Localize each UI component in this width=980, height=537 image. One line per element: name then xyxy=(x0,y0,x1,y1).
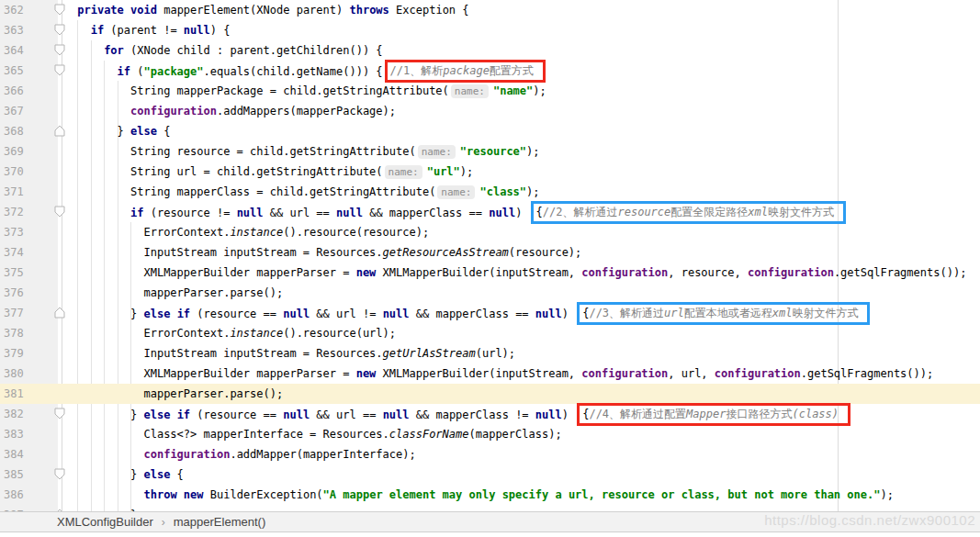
fold-marker-down-icon[interactable] xyxy=(58,40,71,61)
code-line[interactable]: 373 ErrorContext.instance().resource(res… xyxy=(0,222,980,242)
code-token: "package" xyxy=(143,65,203,78)
line-number[interactable]: 370 xyxy=(0,162,58,182)
code-text: XMLMapperBuilder mapperParser = new XMLM… xyxy=(71,263,980,283)
code-editor[interactable]: 362 private void mapperElement(XNode par… xyxy=(0,0,980,511)
fold-marker-up-icon[interactable] xyxy=(58,303,71,323)
code-token: (mapperClass); xyxy=(468,428,561,441)
line-number[interactable]: 374 xyxy=(0,242,58,263)
code-line[interactable]: 371 String mapperClass = child.getString… xyxy=(0,182,980,202)
code-line[interactable]: 364 for (XNode child : parent.getChildre… xyxy=(0,40,980,61)
code-line[interactable]: 374 InputStream inputStream = Resources.… xyxy=(0,242,980,263)
code-line[interactable]: 380 XMLMapperBuilder mapperParser = new … xyxy=(0,364,980,384)
code-token xyxy=(177,488,184,501)
code-line[interactable]: 381 mapperParser.parse(); xyxy=(0,384,980,404)
code-line[interactable]: 363 if (parent != null) { xyxy=(0,20,980,40)
code-line[interactable]: 365 if ("package".equals(child.getName()… xyxy=(0,61,980,81)
code-line[interactable]: 362 private void mapperElement(XNode par… xyxy=(0,0,980,20)
code-line[interactable]: 375 XMLMapperBuilder mapperParser = new … xyxy=(0,263,980,283)
code-text: } else { xyxy=(71,464,980,485)
line-number[interactable]: 372 xyxy=(0,202,58,222)
code-token: if xyxy=(91,24,104,37)
line-number[interactable]: 379 xyxy=(0,343,58,364)
fold-marker-down-icon[interactable] xyxy=(58,464,71,485)
code-line[interactable]: 382 } else if (resource == null && url =… xyxy=(0,404,980,424)
line-number[interactable]: 373 xyxy=(0,222,58,242)
fold-marker-down-icon[interactable] xyxy=(58,61,71,81)
fold-marker-down-icon[interactable] xyxy=(58,0,71,20)
code-token: configuration xyxy=(581,367,668,380)
line-number[interactable]: 375 xyxy=(0,263,58,283)
line-number[interactable]: 381 xyxy=(0,384,58,404)
code-line[interactable]: 367 configuration.addMappers(mapperPacka… xyxy=(0,101,980,121)
code-token: throw xyxy=(143,488,176,501)
line-number[interactable]: 378 xyxy=(0,323,58,343)
code-token: getUrlAsStream xyxy=(383,347,476,360)
code-token: "A mapper element may only specify a url… xyxy=(323,488,881,501)
line-number[interactable]: 371 xyxy=(0,182,58,202)
param-hint: name: xyxy=(451,84,489,98)
code-token: && url == xyxy=(310,408,382,421)
line-number[interactable]: 367 xyxy=(0,101,58,121)
code-token: xml xyxy=(772,307,793,319)
code-token: null xyxy=(184,24,210,37)
code-token: //1、解析 xyxy=(390,64,444,77)
code-token xyxy=(71,105,130,117)
watermark-url: https://blog.csdn.net/zwx900102 xyxy=(764,512,975,528)
code-token: configuration xyxy=(581,266,668,279)
breadcrumb-item-class[interactable]: XMLConfigBuilder xyxy=(57,515,153,529)
code-line[interactable]: 369 String resource = child.getStringAtt… xyxy=(0,141,980,162)
code-line[interactable]: 385 } else { xyxy=(0,464,980,485)
code-line[interactable]: 366 String mapperPackage = child.getStri… xyxy=(0,81,980,101)
code-line[interactable]: 372 if (resource != null && url == null … xyxy=(0,202,980,222)
code-line[interactable]: 378 ErrorContext.instance().resource(url… xyxy=(0,323,980,343)
line-number[interactable]: 377 xyxy=(0,303,58,323)
code-text: } xyxy=(71,505,980,511)
line-number[interactable]: 384 xyxy=(0,444,58,464)
line-number[interactable]: 383 xyxy=(0,424,58,444)
code-token: null xyxy=(283,308,310,320)
code-line[interactable]: 379 InputStream inputStream = Resources.… xyxy=(0,343,980,364)
code-token: (resource == xyxy=(190,308,283,320)
fold-marker-down-icon[interactable] xyxy=(58,404,71,424)
code-line[interactable]: 384 configuration.addMapper(mapperInterf… xyxy=(0,444,980,464)
fold-marker-up-icon[interactable] xyxy=(58,121,71,141)
line-number[interactable]: 365 xyxy=(0,61,58,81)
breadcrumb-item-method[interactable]: mapperElement() xyxy=(174,515,265,529)
code-line[interactable]: 386 throw new BuilderException("A mapper… xyxy=(0,485,980,505)
line-number[interactable]: 386 xyxy=(0,485,58,505)
line-number[interactable]: 376 xyxy=(0,283,58,303)
line-number[interactable]: 362 xyxy=(0,0,58,20)
code-line[interactable]: 387 } xyxy=(0,505,980,511)
code-line[interactable]: 383 Class<?> mapperInterface = Resources… xyxy=(0,424,980,444)
line-number[interactable]: 363 xyxy=(0,20,58,40)
code-token: getResourceAsStream xyxy=(383,246,509,259)
line-number[interactable]: 369 xyxy=(0,141,58,162)
code-text: } else if (resource == null && url == nu… xyxy=(71,404,980,424)
code-line[interactable]: 376 mapperParser.parse(); xyxy=(0,283,980,303)
line-number[interactable]: 387 xyxy=(0,505,58,511)
code-token: ().resource(resource); xyxy=(283,226,429,239)
code-token: InputStream inputStream = Resources. xyxy=(71,347,383,360)
code-token: else xyxy=(130,125,157,138)
fold-marker-down-icon[interactable] xyxy=(58,202,71,222)
code-token: new xyxy=(356,367,377,380)
line-number[interactable]: 385 xyxy=(0,464,58,485)
line-number[interactable]: 366 xyxy=(0,81,58,101)
fold-marker-up-icon[interactable] xyxy=(58,505,71,511)
line-number[interactable]: 368 xyxy=(0,121,58,141)
code-token: null xyxy=(535,308,562,320)
code-line[interactable]: 368 } else { xyxy=(0,121,980,141)
line-number[interactable]: 364 xyxy=(0,40,58,61)
fold-column xyxy=(58,444,71,464)
fold-column xyxy=(58,384,71,404)
annotation-box-red: {//4、解析通过配置Mapper接口路径方式(class) xyxy=(577,403,850,426)
code-line[interactable]: 370 String url = child.getStringAttribut… xyxy=(0,162,980,182)
fold-column xyxy=(58,364,71,384)
line-number[interactable]: 382 xyxy=(0,404,58,424)
fold-marker-down-icon[interactable] xyxy=(58,20,71,40)
line-number[interactable]: 380 xyxy=(0,364,58,384)
code-token: String mapperClass = child.getStringAttr… xyxy=(71,185,435,198)
code-line[interactable]: 377 } else if (resource == null && url !… xyxy=(0,303,980,323)
fold-column xyxy=(58,242,71,263)
code-text: private void mapperElement(XNode parent)… xyxy=(71,0,980,20)
